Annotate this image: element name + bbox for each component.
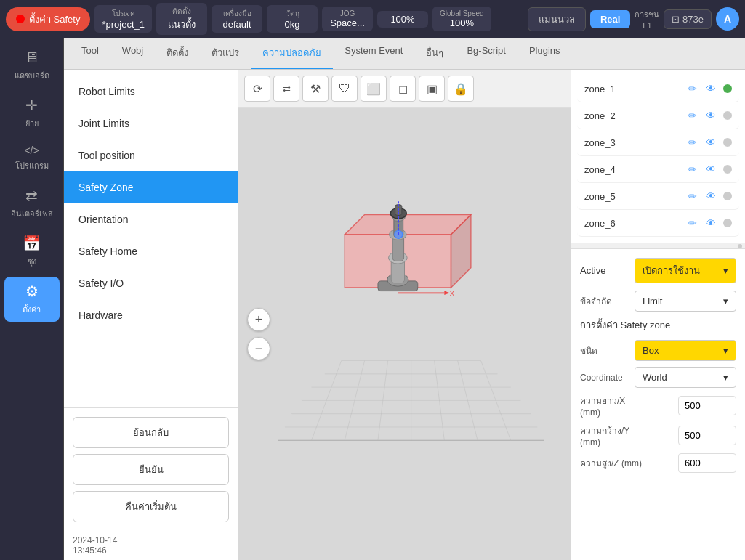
tab-safety[interactable]: ความปลอดภัย: [251, 38, 333, 69]
tab-bgscript[interactable]: Bg-Script: [455, 38, 517, 69]
left-panel: Robot Limits Joint Limits Tool position …: [64, 70, 238, 560]
active-select[interactable]: เปิดการใช้งาน ▾: [635, 258, 736, 283]
constraint-row: ข้อจำกัด Limit ▾: [580, 291, 736, 312]
coord-select[interactable]: World ▾: [635, 367, 736, 388]
sidebar-item-dashboard[interactable]: 🖥 แดชบอร์ด: [4, 44, 60, 88]
menu-safety-io[interactable]: Safety I/O: [64, 267, 238, 299]
tool-btn[interactable]: ⚒: [302, 76, 329, 102]
zone-5-eye-icon[interactable]: 👁: [704, 189, 717, 203]
zoom-in-button[interactable]: +: [247, 308, 270, 331]
type-select[interactable]: Box ▾: [635, 340, 736, 361]
sidebar-item-schedule[interactable]: 📅 ซุง: [4, 229, 60, 274]
zone-4-eye-icon[interactable]: 👁: [704, 162, 717, 176]
zone-2-eye-icon[interactable]: 👁: [704, 108, 717, 123]
constraint-select[interactable]: Limit ▾: [635, 291, 736, 312]
constraint-dropdown-icon: ▾: [723, 296, 728, 307]
svg-text:X: X: [450, 290, 454, 297]
z-row: ความสูง/Z (mm): [580, 453, 736, 473]
menu-tool-position[interactable]: Tool position: [64, 139, 238, 171]
menu-hardware[interactable]: Hardware: [64, 299, 238, 331]
jog-percent-group: 100%: [377, 11, 428, 28]
tool-icon: ⚒: [310, 82, 321, 96]
tab-wobj[interactable]: Wobj: [110, 38, 155, 69]
center-3d-view: ⟳ ⇄ ⚒ 🛡 ⬜ ◻: [238, 70, 571, 560]
zone-6-eye-icon[interactable]: 👁: [704, 216, 717, 230]
tab-plugins[interactable]: Plugins: [518, 38, 572, 69]
coord-label: Coordinate: [580, 373, 629, 383]
menu-safety-zone[interactable]: Safety Zone: [64, 171, 238, 203]
menu-orientation[interactable]: Orientation: [64, 203, 238, 235]
rotate-btn[interactable]: ⟳: [244, 76, 270, 102]
zone-4-edit-icon[interactable]: ✏: [687, 162, 698, 176]
zone-6-edit-icon[interactable]: ✏: [687, 216, 698, 230]
left-panel-buttons: ย้อนกลับ ยืนยัน คืนค่าเริ่มต้น: [64, 407, 238, 531]
real-button[interactable]: Real: [590, 10, 630, 28]
cube3-icon: ▣: [427, 82, 438, 96]
tab-system[interactable]: System Event: [333, 38, 414, 69]
menu-robot-limits[interactable]: Robot Limits: [64, 76, 238, 107]
x-input[interactable]: [678, 396, 736, 415]
cube-icon: ⬜: [366, 82, 381, 96]
reset-button[interactable]: คืนค่าเริ่มต้น: [73, 491, 229, 522]
view-controls: + −: [247, 308, 270, 360]
pan-btn[interactable]: ⇄: [273, 76, 299, 102]
l1-value: L1: [635, 21, 659, 30]
content-body: Robot Limits Joint Limits Tool position …: [64, 70, 745, 560]
project-label: โปรเจค: [102, 8, 145, 19]
zone-5-name: zone_5: [584, 191, 681, 202]
zone-2-edit-icon[interactable]: ✏: [687, 108, 698, 123]
lock-btn[interactable]: 🔒: [448, 76, 474, 102]
y-input[interactable]: [678, 426, 736, 445]
zone-item-1[interactable]: zone_1 ✏ 👁: [577, 76, 739, 102]
install-group: ติดตั้ง แนวตั้ง: [156, 3, 207, 35]
red-dot-icon: [16, 15, 25, 23]
weight-value: 0kg: [274, 19, 310, 30]
cube2-btn[interactable]: ◻: [390, 76, 416, 102]
cube-btn[interactable]: ⬜: [361, 76, 387, 102]
menu-safety-home[interactable]: Safety Home: [64, 235, 238, 267]
z-input[interactable]: [678, 453, 736, 473]
zone-item-6[interactable]: zone_6 ✏ 👁: [577, 210, 739, 237]
pan-icon: ⇄: [283, 84, 291, 94]
scrollbar-thumb: [738, 244, 742, 248]
zone-3-edit-icon[interactable]: ✏: [687, 135, 698, 150]
zone-3-eye-icon[interactable]: 👁: [704, 135, 717, 150]
back-button[interactable]: ย้อนกลับ: [73, 417, 229, 448]
jog-group: JOG Space...: [322, 7, 373, 31]
zone-1-eye-icon[interactable]: 👁: [704, 81, 717, 96]
sidebar-item-settings[interactable]: ⚙ ตั้งค่า: [4, 277, 60, 322]
tab-other[interactable]: อื่นๆ: [414, 38, 455, 69]
sidebar-item-move[interactable]: ✛ ย้าย: [4, 91, 60, 136]
svg-marker-15: [345, 214, 471, 234]
confirm-button[interactable]: ยืนยัน: [73, 454, 229, 485]
constraint-label: ข้อจำกัด: [580, 294, 629, 308]
shield-btn[interactable]: 🛡: [331, 76, 358, 102]
menu-joint-limits[interactable]: Joint Limits: [64, 107, 238, 139]
shield-icon: 🛡: [339, 82, 350, 95]
zoom-out-button[interactable]: −: [247, 337, 270, 360]
tab-install[interactable]: ติดตั้ง: [155, 38, 200, 69]
right-form: Active เปิดการใช้งาน ▾ ข้อจำกัด Limit ▾: [571, 249, 745, 560]
zone-item-4[interactable]: zone_4 ✏ 👁: [577, 156, 739, 183]
rotate-icon: ⟳: [253, 82, 262, 96]
project-value: *project_1: [102, 19, 145, 30]
zone-item-2[interactable]: zone_2 ✏ 👁: [577, 102, 739, 129]
sidebar-item-settings-label: ตั้งค่า: [23, 303, 41, 316]
sidebar-item-program[interactable]: </> โปรแกรม: [4, 139, 60, 178]
cube3-btn[interactable]: ▣: [419, 76, 445, 102]
active-label: Active: [580, 265, 605, 276]
zone-item-3[interactable]: zone_3 ✏ 👁: [577, 129, 739, 156]
sidebar-item-interface[interactable]: ⇄ อินเตอร์เฟส: [4, 181, 60, 226]
zone-1-edit-icon[interactable]: ✏: [687, 81, 698, 96]
zone-5-edit-icon[interactable]: ✏: [687, 189, 698, 203]
manual-button[interactable]: แมนนวล: [528, 7, 586, 31]
zone-item-5[interactable]: zone_5 ✏ 👁: [577, 183, 739, 210]
avatar[interactable]: A: [716, 7, 739, 31]
global-speed-label: Global Speed: [440, 9, 484, 17]
jog-space: Space...: [329, 17, 366, 28]
safety-button[interactable]: ตั้งค่า Safety: [6, 7, 90, 31]
zone-list: zone_1 ✏ 👁 zone_2 ✏ 👁 zone_3: [571, 70, 745, 243]
tab-params[interactable]: ตัวแปร: [200, 38, 251, 69]
check-button[interactable]: ⊡ 873e: [664, 9, 712, 29]
tab-tool[interactable]: Tool: [70, 38, 110, 69]
